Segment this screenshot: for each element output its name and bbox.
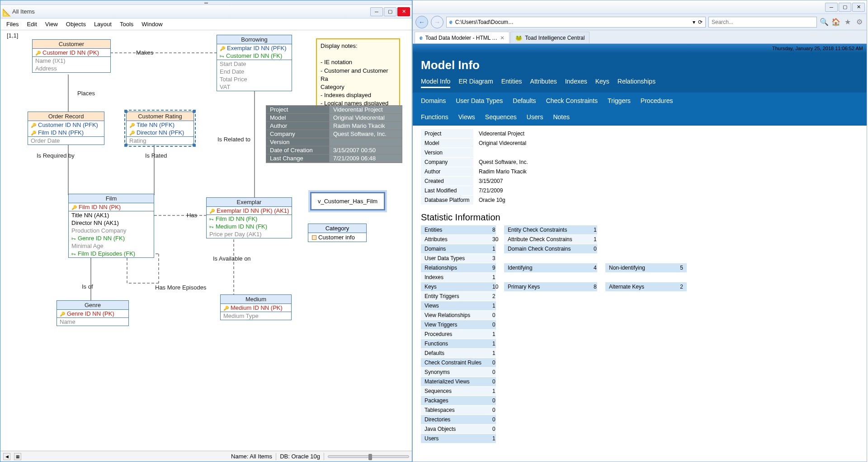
nav-users[interactable]: Users — [527, 113, 543, 121]
stat-row: Tablespaces0 — [421, 406, 859, 415]
menu-objects[interactable]: Objects — [62, 19, 90, 29]
menu-window[interactable]: Window — [137, 19, 166, 29]
close-button[interactable]: ✕ — [852, 3, 865, 12]
nav-indexes[interactable]: Indexes — [565, 78, 587, 88]
nav-relationships[interactable]: Relationships — [618, 78, 656, 88]
stat-row: Relationships9Identifying4Non-identifyin… — [421, 263, 859, 273]
nav-attributes[interactable]: Attributes — [530, 78, 557, 88]
entity-order-record[interactable]: Order Record Customer ID NN (PFK) Film I… — [28, 112, 104, 145]
view-customer-has-film[interactable]: v_Customer_Has_Film — [310, 192, 385, 210]
rel-isrequiredby: Is Required by — [37, 152, 75, 159]
gear-icon[interactable]: ⚙ — [855, 18, 864, 27]
entity-header: Exemplar — [207, 198, 292, 207]
stat-row: Entities8Entity Check Constraints1 — [421, 225, 859, 235]
stat-row: User Data Types3 — [421, 254, 859, 263]
grid-toggle[interactable]: ▦ — [14, 453, 21, 460]
stat-row: Packages0 — [421, 396, 859, 406]
prop-row: ProjectVideorental Project — [421, 129, 859, 139]
entity-header: Customer — [33, 40, 110, 49]
nav-udt[interactable]: User Data Types — [456, 97, 503, 104]
maximize-button[interactable]: ▢ — [384, 7, 396, 16]
nav-model-info[interactable]: Model Info — [421, 78, 450, 88]
prop-row: Version — [421, 148, 859, 158]
menu-tools[interactable]: Tools — [116, 19, 137, 29]
browser-tabs: e Toad Data Modeler - HTML … ✕ 🐸 Toad In… — [413, 30, 867, 44]
entity-genre[interactable]: Genre Genre ID NN (PK) Name — [57, 300, 129, 326]
home-icon[interactable]: 🏠 — [831, 18, 840, 27]
nav-procedures[interactable]: Procedures — [641, 97, 673, 104]
menu-files[interactable]: Files — [2, 19, 23, 29]
nav-defaults[interactable]: Defaults — [513, 97, 536, 104]
zoom-slider[interactable] — [328, 455, 409, 458]
entity-borrowing[interactable]: Borrowing Exemplar ID NN (PFK) Customer … — [217, 35, 292, 91]
nav-functions[interactable]: Functions — [421, 113, 448, 121]
entity-header: Film — [69, 194, 154, 203]
fav-icon[interactable]: ★ — [843, 18, 852, 27]
nav-check-constraints[interactable]: Check Constraints — [546, 97, 598, 104]
nav-domains[interactable]: Domains — [421, 97, 446, 104]
rel-has: Has — [187, 212, 197, 219]
tab-intelligence-central[interactable]: 🐸 Toad Intelligence Central — [510, 32, 590, 43]
titlebar: 📐 All Items ─ ▢ ✕ — [0, 5, 412, 19]
display-notes: Display notes: - IE notation - Customer … — [316, 38, 400, 112]
entity-film[interactable]: Film Film ID NN (PK) Title NN (AK1) Dire… — [68, 194, 154, 258]
menu-edit[interactable]: Edit — [23, 19, 41, 29]
diagram-canvas[interactable]: [1,1] Customer Customer ID NN (PK) — [0, 30, 412, 451]
maximize-button[interactable]: ▢ — [839, 3, 851, 12]
stat-row: View Relationships0 — [421, 311, 859, 320]
search-input[interactable] — [708, 17, 817, 28]
rel-makes: Makes — [136, 49, 153, 56]
fk-icon — [71, 235, 76, 242]
nav-triggers[interactable]: Triggers — [608, 97, 631, 104]
fk-icon — [209, 215, 214, 222]
menu-view[interactable]: View — [41, 19, 62, 29]
forward-button[interactable]: → — [431, 16, 443, 28]
nav-views[interactable]: Views — [458, 113, 475, 121]
report-nav-primary: Model Info ER Diagram Entities Attribute… — [421, 78, 859, 93]
minimize-button[interactable]: ─ — [370, 7, 383, 16]
back-button[interactable]: ← — [415, 16, 428, 28]
category-box[interactable]: Category Customer info — [308, 224, 367, 242]
menu-layout[interactable]: Layout — [90, 19, 116, 29]
refresh-icon[interactable]: ⟳ — [698, 19, 703, 25]
stat-row: Procedures1 — [421, 330, 859, 339]
stat-row: Domains1Domain Check Constrains0 — [421, 244, 859, 254]
stat-row: Views1 — [421, 301, 859, 311]
nav-er-diagram[interactable]: ER Diagram — [458, 78, 493, 88]
nav-entities[interactable]: Entities — [501, 78, 522, 88]
prop-row: Database PlatformOracle 10g — [421, 196, 859, 205]
nav-sequences[interactable]: Sequences — [485, 113, 517, 121]
model-properties: ProjectVideorental ProjectModelOriginal … — [421, 129, 859, 205]
report-nav-secondary: Domains User Data Types Defaults Check C… — [413, 93, 867, 109]
minimize-button[interactable]: ─ — [825, 3, 838, 12]
tab-close-icon[interactable]: ✕ — [500, 35, 505, 41]
stat-row: Check Constraint Rules0 — [421, 358, 859, 368]
key-icon — [60, 310, 65, 317]
scroll-left-button[interactable]: ◀ — [3, 453, 10, 460]
report-content[interactable]: Thursday, January 25, 2018 11:06:52 AM M… — [413, 44, 867, 462]
entity-medium[interactable]: Medium Medium ID NN (PK) Medium Type — [220, 294, 292, 320]
entity-header: Order Record — [28, 112, 104, 121]
nav-notes[interactable]: Notes — [553, 113, 570, 121]
nav-keys[interactable]: Keys — [595, 78, 609, 88]
menubar: Files Edit View Objects Layout Tools Win… — [0, 19, 412, 30]
stat-row: Users1 — [421, 434, 859, 443]
entity-customer[interactable]: Customer Customer ID NN (PK) Name (IX1) … — [32, 39, 111, 73]
status-name: Name: All Items — [231, 453, 272, 460]
entity-exemplar[interactable]: Exemplar Exemplar ID NN (PK) (AK1) Film … — [206, 197, 292, 238]
stat-row: Directories0 — [421, 415, 859, 425]
stat-row: Synonyms0 — [421, 368, 859, 377]
prop-row: Created3/15/2007 — [421, 177, 859, 186]
window-grip[interactable] — [0, 0, 412, 5]
report-banner: Model Info Model Info ER Diagram Entitie… — [413, 53, 867, 93]
search-icon[interactable]: 🔍 — [820, 18, 829, 27]
stat-row: Entity Triggers2 — [421, 292, 859, 301]
category-swatch — [312, 235, 316, 240]
close-button[interactable]: ✕ — [397, 7, 410, 16]
modeler-window: 📐 All Items ─ ▢ ✕ Files Edit View Object… — [0, 0, 412, 462]
rel-hasmore: Has More Episodes — [155, 284, 206, 291]
tab-html-report[interactable]: e Toad Data Modeler - HTML … ✕ — [415, 32, 509, 43]
address-bar[interactable]: e C:\Users\Toad\Docum… ▾ ⟳ — [446, 17, 706, 28]
entity-customer-rating[interactable]: Customer Rating Title NN (PFK) Director … — [126, 112, 194, 145]
stat-row: Sequences1 — [421, 387, 859, 396]
